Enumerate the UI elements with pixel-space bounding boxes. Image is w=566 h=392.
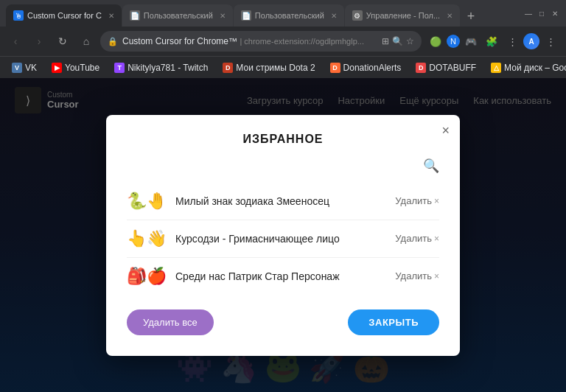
profile-avatar[interactable]: A [523,33,539,49]
new-tab-button[interactable]: + [461,6,481,27]
address-bar: ‹ › ↻ ⌂ 🔒 Custom Cursor for Chrome™ | ch… [0,27,566,56]
address-icons: ⊞ 🔍 ☆ [382,36,414,46]
menu-button[interactable]: ⋮ [541,32,560,51]
bm-icon-yt: ▶ [52,63,62,73]
extensions-button[interactable]: ⋮ [503,32,522,51]
fav-delete-2[interactable]: Удалить × [395,233,439,244]
tab-close-4[interactable]: ✕ [447,12,453,20]
close-button[interactable]: ✕ [550,8,560,18]
bm-icon-vk: V [12,63,22,73]
fav-delete-x-3: × [434,271,439,281]
modal-overlay: ИЗБРАННОЕ × 🔍 🐍🤚 Милый знак зодиака Змее… [0,78,566,392]
bookmark-star-icon[interactable]: ☆ [406,36,414,46]
tab-label-2: Пользовательский [144,11,213,20]
tab-active[interactable]: 🖱 Custom Cursor for C ✕ [6,4,122,27]
back-button[interactable]: ‹ [6,32,25,51]
bm-icon-twitch: T [114,63,125,73]
tab-favicon-1: 🖱 [13,10,24,21]
tab-favicon-3: 📄 [241,10,251,21]
modal-search: 🔍 [127,158,439,174]
bookmark-drive[interactable]: △ Мой диск – Google... [485,60,566,75]
fav-delete-label-3: Удалить [395,270,432,281]
favorite-item-1: 🐍🤚 Милый знак зодиака Змееносец Удалить … [127,183,439,220]
fav-name-2: Курсодзи - Гримасничающее лицо [175,233,386,245]
page-background: ⟩ Custom Cursor Загрузить курсор Настрой… [0,78,566,392]
bm-label-yt: YouTube [65,63,99,73]
delete-all-button[interactable]: Удалить все [127,309,214,335]
fav-name-1: Милый знак зодиака Змееносец [175,195,386,207]
fav-delete-label-2: Удалить [395,233,432,244]
ext-icon-4[interactable]: 🧩 [482,32,501,51]
bookmark-twitch[interactable]: T Nikitylya781 - Twitch [108,60,214,75]
tab-label-3: Пользовательский [255,11,324,20]
ext-icon-1[interactable]: 🟢 [426,32,445,51]
bookmark-vk[interactable]: V VK [6,60,43,75]
fav-emoji-2: 👆👋 [127,229,167,248]
tab-favicon-2: 📄 [130,10,140,21]
favorites-list: 🐍🤚 Милый знак зодиака Змееносец Удалить … [127,183,439,295]
bookmark-donation[interactable]: D DonationAlerts [324,60,408,75]
fav-delete-1[interactable]: Удалить × [395,195,439,206]
fav-delete-label-1: Удалить [395,195,432,206]
bm-icon-don: D [330,63,340,73]
tab-close-3[interactable]: ✕ [331,12,337,20]
home-button[interactable]: ⌂ [77,32,96,51]
fav-name-3: Среди нас Патрик Стар Персонаж [175,270,386,282]
bm-label-twitch: Nikitylya781 - Twitch [127,63,208,73]
lock-icon: 🔒 [108,37,118,46]
tab-4[interactable]: ⚙ Управление - Пол... ✕ [345,4,460,27]
favorites-modal: ИЗБРАННОЕ × 🔍 🐍🤚 Милый знак зодиака Змее… [106,115,460,356]
translate-icon[interactable]: ⊞ [382,36,389,46]
bm-label-dota: Мои стримы Dota 2 [236,63,315,73]
browser-chrome: 🖱 Custom Cursor for C ✕ 📄 Пользовательск… [0,0,566,78]
tab-3[interactable]: 📄 Пользовательский ✕ [234,4,344,27]
modal-actions: Удалить все ЗАКРЫТЬ [127,309,439,335]
address-display: Custom Cursor for Chrome™ | chrome-exten… [122,36,377,46]
address-extension: | chrome-extension://ogdlpmhglp... [240,37,364,46]
bm-icon-dota: D [223,63,233,73]
ext-icon-3[interactable]: 🎮 [461,32,481,51]
fav-delete-x-2: × [434,234,439,244]
bm-label-drive: Мой диск – Google... [504,63,566,73]
bookmark-youtube[interactable]: ▶ YouTube [46,60,105,75]
search-icon[interactable]: 🔍 [392,36,403,46]
close-modal-button[interactable]: ЗАКРЫТЬ [348,309,439,335]
title-bar: 🖱 Custom Cursor for C ✕ 📄 Пользовательск… [0,0,566,27]
tab-label-4: Управление - Пол... [366,11,440,20]
favorite-item-2: 👆👋 Курсодзи - Гримасничающее лицо Удалит… [127,220,439,258]
reload-button[interactable]: ↻ [53,32,72,51]
bm-icon-dotabuff: D [416,63,426,73]
address-input-wrap[interactable]: 🔒 Custom Cursor for Chrome™ | chrome-ext… [100,31,422,52]
bm-label-vk: VK [25,63,37,73]
bm-label-don: DonationAlerts [343,63,402,73]
tab-close-2[interactable]: ✕ [220,12,226,20]
ext-icon-2[interactable]: N [447,35,460,48]
window-controls: — □ ✕ [523,8,560,18]
maximize-button[interactable]: □ [537,8,547,18]
fav-emoji-1: 🐍🤚 [127,192,167,211]
toolbar-icons: 🟢 N 🎮 🧩 ⋮ A ⋮ [426,32,560,51]
modal-title: ИЗБРАННОЕ [127,133,439,146]
favorite-item-3: 🎒🍎 Среди нас Патрик Стар Персонаж Удалит… [127,258,439,295]
fav-delete-3[interactable]: Удалить × [395,270,439,281]
tab-favicon-4: ⚙ [352,10,363,21]
tabs-area: 🖱 Custom Cursor for C ✕ 📄 Пользовательск… [6,0,517,27]
modal-close-button[interactable]: × [441,124,450,137]
bookmark-dotabuff[interactable]: D DOTABUFF [410,60,482,75]
fav-delete-x-1: × [434,196,439,206]
fav-emoji-3: 🎒🍎 [127,267,167,286]
search-icon-button[interactable]: 🔍 [423,158,439,174]
tab-2[interactable]: 📄 Пользовательский ✕ [122,4,233,27]
minimize-button[interactable]: — [523,8,534,18]
tab-label-1: Custom Cursor for C [27,11,102,20]
bm-icon-drive: △ [491,63,501,73]
forward-button[interactable]: › [29,32,49,51]
bookmarks-bar: V VK ▶ YouTube T Nikitylya781 - Twitch D… [0,56,566,78]
bm-label-dotabuff: DOTABUFF [429,63,476,73]
tab-close-1[interactable]: ✕ [108,12,114,20]
bookmark-dota[interactable]: D Мои стримы Dota 2 [217,60,321,75]
